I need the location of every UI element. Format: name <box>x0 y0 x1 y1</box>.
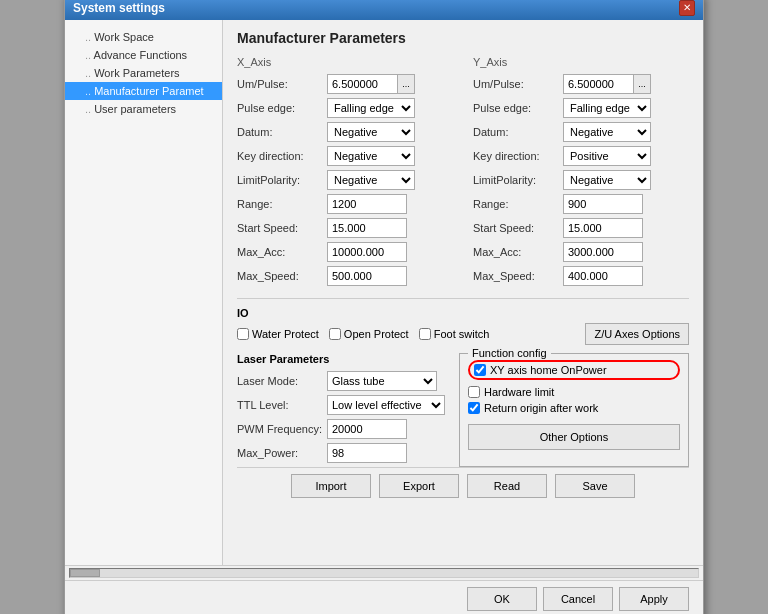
xy-home-checkbox[interactable] <box>474 364 486 376</box>
laser-mode-row: Laser Mode: Glass tube RF tube <box>237 371 445 391</box>
sidebar-item-user-parameters[interactable]: User parameters <box>65 100 222 118</box>
sidebar-item-manufacturer-params[interactable]: Manufacturer Paramet <box>65 82 222 100</box>
y-max-acc-input[interactable] <box>563 242 643 262</box>
x-datum-label: Datum: <box>237 126 327 138</box>
x-um-pulse-browse-btn[interactable]: ... <box>397 74 415 94</box>
open-protect-checkbox-label[interactable]: Open Protect <box>329 328 409 340</box>
title-bar: System settings ✕ <box>65 0 703 20</box>
y-key-direction-row: Key direction: Negative Positive <box>473 146 689 166</box>
x-datum-select[interactable]: Negative Positive <box>327 122 415 142</box>
xy-home-label: XY axis home OnPower <box>490 364 607 376</box>
y-um-pulse-input[interactable] <box>563 74 633 94</box>
x-um-pulse-input-group: ... <box>327 74 415 94</box>
max-power-input[interactable] <box>327 443 407 463</box>
water-protect-checkbox[interactable] <box>237 328 249 340</box>
y-limit-polarity-label: LimitPolarity: <box>473 174 563 186</box>
sidebar-item-work-parameters[interactable]: Work Parameters <box>65 64 222 82</box>
return-origin-checkbox-label[interactable]: Return origin after work <box>468 402 680 414</box>
x-max-acc-input[interactable] <box>327 242 407 262</box>
y-pulse-edge-select[interactable]: Falling edge Rising edge <box>563 98 651 118</box>
y-start-speed-row: Start Speed: <box>473 218 689 238</box>
open-protect-label: Open Protect <box>344 328 409 340</box>
window-title: System settings <box>73 1 165 15</box>
foot-switch-checkbox-label[interactable]: Foot switch <box>419 328 490 340</box>
y-max-speed-input[interactable] <box>563 266 643 286</box>
close-button[interactable]: ✕ <box>679 0 695 16</box>
x-max-acc-row: Max_Acc: <box>237 242 453 262</box>
system-settings-window: System settings ✕ Work Space Advance Fun… <box>64 0 704 614</box>
other-options-btn[interactable]: Other Options <box>468 424 680 450</box>
ttl-level-row: TTL Level: Low level effective High leve… <box>237 395 445 415</box>
y-datum-select[interactable]: Negative Positive <box>563 122 651 142</box>
scrollbar-area <box>65 565 703 580</box>
x-pulse-edge-select[interactable]: Falling edge Rising edge <box>327 98 415 118</box>
y-key-direction-label: Key direction: <box>473 150 563 162</box>
x-limit-polarity-select[interactable]: Negative Positive <box>327 170 415 190</box>
sidebar: Work Space Advance Functions Work Parame… <box>65 20 223 565</box>
ok-btn[interactable]: OK <box>467 587 537 611</box>
x-key-direction-select[interactable]: Negative Positive <box>327 146 415 166</box>
return-origin-label: Return origin after work <box>484 402 598 414</box>
x-start-speed-input[interactable] <box>327 218 407 238</box>
y-um-pulse-row: Um/Pulse: ... <box>473 74 689 94</box>
zu-axes-options-btn[interactable]: Z/U Axes Options <box>585 323 689 345</box>
apply-btn[interactable]: Apply <box>619 587 689 611</box>
y-pulse-edge-label: Pulse edge: <box>473 102 563 114</box>
bottom-buttons: Import Export Read Save <box>237 467 689 504</box>
divider-1 <box>237 298 689 299</box>
y-datum-row: Datum: Negative Positive <box>473 122 689 142</box>
y-axis-section: Y_Axis Um/Pulse: ... Pulse edge: Falling… <box>473 56 689 290</box>
x-limit-polarity-label: LimitPolarity: <box>237 174 327 186</box>
pwm-freq-row: PWM Frequency: <box>237 419 445 439</box>
hardware-limit-checkbox[interactable] <box>468 386 480 398</box>
export-btn[interactable]: Export <box>379 474 459 498</box>
scrollbar-track[interactable] <box>69 568 699 578</box>
sidebar-item-advance-functions[interactable]: Advance Functions <box>65 46 222 64</box>
return-origin-checkbox[interactable] <box>468 402 480 414</box>
ttl-level-label: TTL Level: <box>237 399 327 411</box>
foot-switch-checkbox[interactable] <box>419 328 431 340</box>
laser-mode-select[interactable]: Glass tube RF tube <box>327 371 437 391</box>
y-datum-label: Datum: <box>473 126 563 138</box>
x-key-direction-row: Key direction: Negative Positive <box>237 146 453 166</box>
hardware-limit-checkbox-label[interactable]: Hardware limit <box>468 386 680 398</box>
y-axis-label: Y_Axis <box>473 56 689 68</box>
y-max-speed-label: Max_Speed: <box>473 270 563 282</box>
func-config-legend: Function config <box>468 347 551 359</box>
y-key-direction-select[interactable]: Negative Positive <box>563 146 651 166</box>
y-start-speed-input[interactable] <box>563 218 643 238</box>
y-limit-polarity-select[interactable]: Negative Positive <box>563 170 651 190</box>
import-btn[interactable]: Import <box>291 474 371 498</box>
xy-home-checkbox-label[interactable]: XY axis home OnPower <box>468 360 680 380</box>
x-axis-section: X_Axis Um/Pulse: ... Pulse edge: Falling… <box>237 56 453 290</box>
open-protect-checkbox[interactable] <box>329 328 341 340</box>
pwm-freq-label: PWM Frequency: <box>237 423 327 435</box>
cancel-btn[interactable]: Cancel <box>543 587 613 611</box>
y-start-speed-label: Start Speed: <box>473 222 563 234</box>
x-axis-label: X_Axis <box>237 56 453 68</box>
x-max-speed-row: Max_Speed: <box>237 266 453 286</box>
foot-switch-label: Foot switch <box>434 328 490 340</box>
water-protect-checkbox-label[interactable]: Water Protect <box>237 328 319 340</box>
window-body: Work Space Advance Functions Work Parame… <box>65 20 703 565</box>
save-btn[interactable]: Save <box>555 474 635 498</box>
y-max-acc-row: Max_Acc: <box>473 242 689 262</box>
ttl-level-select[interactable]: Low level effective High level effective <box>327 395 445 415</box>
water-protect-label: Water Protect <box>252 328 319 340</box>
x-max-speed-input[interactable] <box>327 266 407 286</box>
scrollbar-thumb[interactable] <box>70 569 100 577</box>
lower-section: Laser Parameters Laser Mode: Glass tube … <box>237 353 689 467</box>
laser-section: Laser Parameters Laser Mode: Glass tube … <box>237 353 445 467</box>
read-btn[interactable]: Read <box>467 474 547 498</box>
pwm-freq-input[interactable] <box>327 419 407 439</box>
x-start-speed-row: Start Speed: <box>237 218 453 238</box>
x-um-pulse-row: Um/Pulse: ... <box>237 74 453 94</box>
max-power-row: Max_Power: <box>237 443 445 463</box>
x-range-input[interactable] <box>327 194 407 214</box>
axes-row: X_Axis Um/Pulse: ... Pulse edge: Falling… <box>237 56 689 290</box>
y-range-input[interactable] <box>563 194 643 214</box>
x-um-pulse-input[interactable] <box>327 74 397 94</box>
sidebar-item-work-space[interactable]: Work Space <box>65 28 222 46</box>
dialog-footer: OK Cancel Apply <box>65 580 703 615</box>
y-um-pulse-browse-btn[interactable]: ... <box>633 74 651 94</box>
